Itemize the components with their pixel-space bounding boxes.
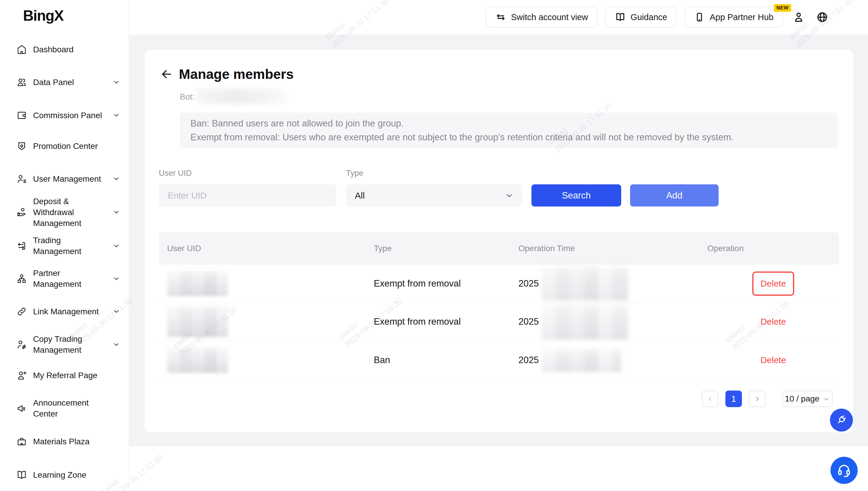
megaphone-icon (16, 403, 27, 414)
redacted-user-uid (167, 271, 228, 296)
sidebar-item-my-referral-page[interactable]: My Referral Page (0, 366, 129, 384)
sidebar: BingX Dashboard Data Panel Commission Pa… (0, 0, 129, 491)
redacted-user-uid (167, 306, 228, 337)
notice-line-ban: Ban: Banned users are not allowed to joi… (190, 116, 827, 130)
users-icon (16, 77, 27, 88)
pagination-prev-button[interactable] (702, 391, 718, 407)
switch-arrows-icon (495, 11, 506, 23)
notice-box: Ban: Banned users are not allowed to joi… (180, 113, 838, 148)
table-row: Ban 2025 Delete (159, 341, 839, 379)
book-icon (615, 11, 626, 23)
sidebar-item-label: Deposit & Withdrawal Management (33, 196, 107, 229)
column-header-operation: Operation (707, 244, 839, 253)
chevron-down-icon (113, 175, 120, 182)
manage-members-card: Manage members Bot: Ban: Banned users ar… (145, 50, 853, 432)
redacted-bot-name (197, 89, 287, 104)
chevron-down-icon (823, 395, 830, 402)
type-cell: Exempt from removal (374, 278, 461, 289)
delete-link[interactable]: Delete (761, 317, 786, 327)
user-uid-input[interactable] (159, 184, 336, 206)
phone-icon (694, 11, 705, 23)
column-header-user-uid: User UID (167, 244, 374, 253)
chevron-down-icon (113, 341, 120, 348)
switch-account-view-button[interactable]: Switch account view (486, 6, 597, 28)
sidebar-item-deposit-withdrawal[interactable]: Deposit & Withdrawal Management (0, 192, 129, 233)
sidebar-item-promotion-center[interactable]: Promotion Center (0, 137, 129, 155)
bingx-logo[interactable]: BingX (23, 7, 63, 24)
sidebar-item-commission-panel[interactable]: Commission Panel (0, 106, 129, 124)
new-badge: NEW (774, 4, 791, 12)
user-arrows-icon (16, 339, 27, 350)
redacted-operation-time (541, 266, 628, 301)
org-chart-icon (16, 273, 27, 284)
sidebar-item-label: User Management (33, 173, 107, 184)
chevron-down-icon (113, 78, 120, 86)
sidebar-item-link-management[interactable]: Link Management (0, 302, 129, 320)
redacted-user-uid (167, 347, 228, 373)
sidebar-item-label: Copy Trading Management (33, 334, 107, 355)
integration-fab-button[interactable] (830, 409, 853, 432)
back-arrow-icon[interactable] (160, 68, 173, 81)
type-select[interactable]: All (346, 184, 522, 206)
sidebar-item-label: Partner Management (33, 268, 107, 290)
sidebar-item-materials-plaza[interactable]: Materials Plaza (0, 433, 129, 450)
sidebar-item-label: Dashboard (33, 44, 107, 55)
user-plus-icon (16, 370, 27, 381)
sidebar-item-announcement-center[interactable]: Announcement Center (0, 393, 129, 424)
pagination-current-page[interactable]: 1 (725, 391, 742, 407)
top-bar: Switch account view Guidance App Partner… (129, 0, 868, 34)
sidebar-item-label: Materials Plaza (33, 436, 107, 447)
app-partner-hub-button[interactable]: App Partner Hub NEW (684, 6, 783, 28)
sidebar-item-partner-management[interactable]: Partner Management (0, 263, 129, 294)
notice-line-exempt: Exempt from removal: Users who are exemp… (190, 130, 827, 144)
support-fab-button[interactable] (831, 457, 858, 484)
sidebar-item-label: Announcement Center (33, 397, 107, 419)
sidebar-item-label: Trading Management (33, 235, 107, 257)
sidebar-item-data-panel[interactable]: Data Panel (0, 73, 129, 91)
type-cell: Ban (374, 355, 390, 366)
members-table: User UID Type Operation Time Operation E… (159, 232, 839, 379)
globe-icon (816, 11, 829, 23)
bot-label: Bot: (180, 92, 194, 102)
pagination-next-button[interactable] (749, 391, 766, 407)
sidebar-item-label: My Referral Page (33, 370, 107, 381)
user-uid-filter-label: User UID (159, 168, 192, 178)
language-button[interactable] (814, 9, 830, 25)
guidance-label: Guidance (631, 12, 667, 22)
top-bar-actions: Switch account view Guidance App Partner… (486, 6, 830, 28)
table-row: Exempt from removal 2025 Delete (159, 302, 839, 341)
sidebar-item-trading-management[interactable]: Trading Management (0, 230, 129, 261)
sidebar-item-label: Learning Zone (33, 469, 107, 480)
wallet-icon (16, 110, 27, 121)
home-icon (16, 44, 27, 55)
sidebar-item-dashboard[interactable]: Dashboard (0, 40, 129, 58)
type-select-value: All (355, 191, 365, 201)
sidebar-item-copy-trading[interactable]: Copy Trading Management (0, 329, 129, 360)
delete-link[interactable]: Delete (761, 355, 786, 365)
sidebar-item-user-management[interactable]: User Management (0, 170, 129, 187)
hand-coin-icon (16, 207, 27, 218)
guidance-button[interactable]: Guidance (605, 6, 677, 28)
shield-diamond-icon (16, 141, 27, 151)
page-size-value: 10 / page (785, 394, 819, 404)
app-partner-hub-label: App Partner Hub (710, 12, 774, 22)
page-title: Manage members (179, 66, 294, 82)
sidebar-item-label: Data Panel (33, 77, 107, 88)
sidebar-item-label: Link Management (33, 306, 107, 317)
add-button[interactable]: Add (630, 184, 719, 206)
search-button[interactable]: Search (531, 184, 621, 206)
table-header-row: User UID Type Operation Time Operation (159, 232, 839, 265)
sidebar-item-learning-zone[interactable]: Learning Zone (0, 466, 129, 484)
account-button[interactable] (790, 9, 807, 25)
type-cell: Exempt from removal (374, 316, 461, 327)
delete-highlight-box: Delete (752, 271, 795, 296)
user-avatar-icon (793, 11, 805, 23)
delete-link[interactable]: Delete (761, 279, 786, 288)
user-list-icon (16, 173, 27, 184)
sidebar-item-label: Commission Panel (33, 110, 107, 121)
page-size-select[interactable]: 10 / page (782, 391, 833, 407)
open-book-icon (16, 469, 27, 480)
redacted-operation-time (541, 304, 628, 340)
redacted-operation-time (541, 349, 621, 372)
bingx-admin-page: { "watermark": {"line1": "clairez", "lin… (0, 0, 868, 491)
